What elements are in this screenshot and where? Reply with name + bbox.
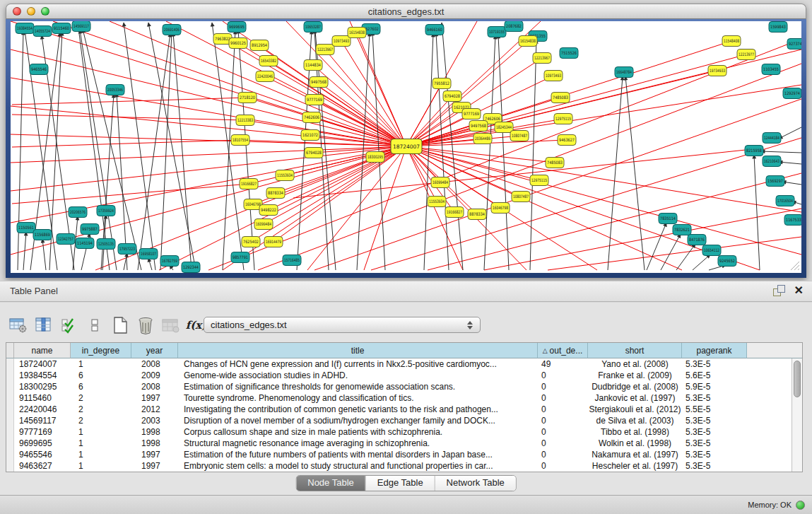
table-cell: 9699695 [14,438,71,449]
table-row[interactable]: 911546021997Tourette syndrome. Phenomeno… [6,392,792,404]
svg-text:10653287: 10653287 [305,24,321,29]
svg-text:16154838: 16154838 [349,30,365,35]
window-titlebar[interactable]: citations_edges.txt [6,4,806,19]
status-bar: Memory: OK [0,495,812,514]
delete-icon[interactable] [136,315,155,335]
table-cell: 5.3E-5 [682,449,747,460]
table-row[interactable]: 977716911998Corpus callosum shape and si… [6,426,792,438]
column-header-pagerank[interactable]: pagerank [682,343,747,358]
svg-text:1156869: 1156869 [35,232,50,237]
svg-text:1150561: 1150561 [18,225,34,230]
svg-text:9497568: 9497568 [471,123,486,128]
table-cell: 0 [538,381,588,392]
svg-text:18724007: 18724007 [393,144,420,150]
svg-text:19166827: 19166827 [241,181,257,186]
table-row[interactable]: 1456911722003Disruption of a novel membe… [6,415,792,426]
svg-text:7963822: 7963822 [215,36,230,41]
svg-text:11553934: 11553934 [277,173,293,177]
table-cell: 9777169 [14,426,71,438]
table-row[interactable]: 969969511998Structural magnetic resonanc… [6,438,792,449]
svg-text:1103455: 1103455 [763,66,779,71]
svg-text:10973493: 10973493 [546,73,561,78]
table-cell: 1 [71,438,131,449]
column-header-year[interactable]: year [131,343,178,358]
svg-text:2718120: 2718120 [240,95,255,100]
memory-status-label: Memory: OK [748,501,792,509]
svg-text:1292974: 1292974 [784,90,800,95]
table-cell: Jankovic et al. (1997) [588,392,682,404]
svg-text:1569297: 1569297 [767,178,783,183]
table-cell: 2008 [131,358,178,370]
svg-text:9115460: 9115460 [54,25,69,30]
table-cell [747,415,792,426]
column-header-name[interactable]: name [14,343,71,358]
new-file-icon[interactable] [110,315,129,335]
svg-text:16914479: 16914479 [266,239,281,244]
column-header-short[interactable]: short [588,343,682,358]
svg-text:14569117: 14569117 [73,23,89,28]
table-cell: 9465546 [14,449,71,460]
table-row[interactable]: 1830029562008Estimation of significance … [6,381,792,392]
select-rows-icon[interactable] [59,315,78,335]
svg-text:9777169: 9777169 [307,97,322,102]
svg-text:9273741: 9273741 [789,41,801,46]
svg-text:7485083: 7485083 [547,160,563,165]
table-cell [747,370,792,381]
table-cell: 0 [538,392,588,404]
float-panel-icon[interactable] [773,285,784,296]
svg-text:12213383: 12213383 [237,117,253,122]
table-source-label: citations_edges.txt [204,320,463,330]
citation-network-graph[interactable]: 1938455414055724911546014569117206914069… [11,21,801,273]
svg-text:6794028: 6794028 [306,150,322,155]
table-cell: Genome-wide association studies in ADHD. [178,370,538,381]
svg-text:20053346: 20053346 [107,87,123,92]
table-vertical-scrollbar[interactable] [792,358,802,472]
table-row[interactable]: 2242004622012Investigating the contribut… [6,404,792,415]
svg-text:12975115: 12975115 [555,116,571,121]
table-cell: 9463627 [14,460,71,472]
table-panel-body: f(x) citations_edges.txt name in_degree … [0,303,812,495]
table-cell [6,449,14,460]
table-cell: Franke et al. (2009) [588,370,682,381]
table-row[interactable]: 1872400712008Changes of HCN gene express… [6,358,792,370]
node-table: name in_degree year title △out_de... sho… [6,342,803,472]
tab-node-table[interactable]: Node Table [296,476,366,491]
table-cell: 6 [71,381,131,392]
svg-text:17016504: 17016504 [777,198,793,203]
table-panel-bar[interactable]: Table Panel ✕ [0,281,812,302]
table-source-dropdown[interactable]: citations_edges.txt [204,317,481,333]
svg-text:9699695: 9699695 [229,24,245,29]
table-row[interactable]: 946362711997Embryonic stem cells: a mode… [6,460,792,472]
svg-text:1599843: 1599843 [770,24,786,29]
tab-edge-table[interactable]: Edge Table [366,476,435,491]
svg-text:1621072: 1621072 [302,132,318,137]
table-type-tabs: Node Table Edge Table Network Table [295,475,517,491]
table-cell [6,426,14,438]
table-cell [747,381,792,392]
scrollbar-thumb[interactable] [794,361,801,397]
close-panel-icon[interactable]: ✕ [794,285,804,296]
svg-text:9777169: 9777169 [464,111,479,116]
show-column-icon[interactable] [34,315,53,335]
table-cell: 5.3E-5 [682,438,747,449]
network-canvas[interactable]: 1938455414055724911546014569117206914069… [11,21,801,273]
table-cell: 19384554 [14,370,71,381]
table-cell: 5.3E-5 [682,415,747,426]
column-header-in-degree[interactable]: in_degree [71,343,131,358]
table-row[interactable]: 946554611997Estimation of the future num… [6,449,792,460]
function-builder-icon[interactable]: f(x) [187,315,206,335]
column-header-title[interactable]: title [178,343,538,358]
svg-text:7515526: 7515526 [561,50,577,55]
row-height-icon[interactable] [85,315,104,335]
table-cell: Dudbridge et al. (2008) [588,381,682,392]
tab-network-table[interactable]: Network Table [435,476,516,491]
table-cell [6,415,14,426]
svg-text:1145194: 1145194 [77,240,93,245]
column-header-out-degree[interactable]: △out_de... [538,343,588,358]
table-settings-icon[interactable] [8,315,28,335]
table-cell: Yano et al. (2008) [588,358,682,370]
memory-ok-indicator [796,501,805,510]
table-cell [747,449,792,460]
table-row[interactable]: 1938455462009Genome-wide association stu… [6,370,792,381]
table-cell [6,404,14,415]
